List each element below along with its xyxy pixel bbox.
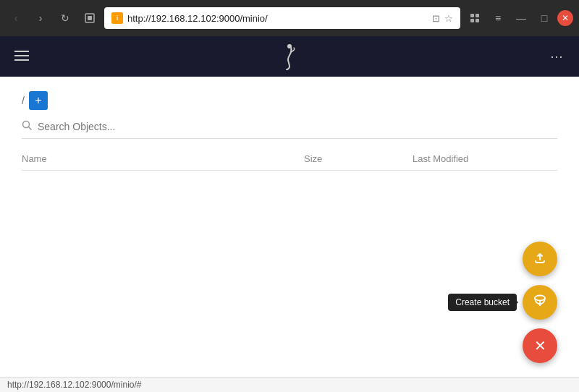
breadcrumb-slash: / [22,95,25,106]
bookmark-icon[interactable]: ☆ [444,13,453,24]
col-last-modified: Last Modified [413,153,557,164]
close-button[interactable]: ✕ [557,10,573,26]
browser-toolbar-right: ≡ — □ ✕ [465,8,573,28]
create-bucket-button[interactable] [523,285,557,320]
more-options-button[interactable]: ⋯ [547,46,567,67]
svg-point-9 [287,44,292,48]
search-icon [22,120,32,132]
upload-icon [532,250,548,269]
svg-rect-7 [14,55,29,56]
search-input[interactable] [38,121,557,132]
reload-button[interactable]: ↻ [55,8,75,28]
close-fab-button[interactable]: ✕ [523,328,557,363]
plus-icon: + [35,94,41,107]
svg-rect-6 [14,51,29,52]
close-fab-icon: ✕ [534,337,546,354]
browser-chrome: ‹ › ↻ i http://192.168.12.102:9000/minio… [0,0,579,36]
more-options-icon: ⋯ [550,49,565,64]
site-icon: i [111,12,123,24]
forward-button[interactable]: › [30,8,51,28]
create-bucket-icon [532,293,548,312]
status-bar: http://192.168.12.102:9000/minio/# [0,377,579,392]
hamburger-icon [14,49,29,64]
svg-rect-4 [470,19,474,22]
search-bar [22,120,557,139]
back-button[interactable]: ‹ [6,8,26,28]
flamingo-icon [278,42,301,71]
svg-line-11 [29,127,32,130]
svg-rect-5 [476,19,479,22]
create-bucket-tooltip: Create bucket [448,294,517,311]
svg-point-12 [535,295,545,300]
restore-button[interactable]: □ [534,8,554,28]
col-name: Name [22,153,304,164]
url-text: http://192.168.12.102:9000/minio/ [127,13,428,24]
status-url: http://192.168.12.102:9000/minio/# [7,380,141,390]
address-bar-icons: ⊡ ☆ [432,13,453,24]
add-bucket-button[interactable]: + [29,91,48,110]
extensions-button[interactable] [465,8,485,28]
app-logo [278,42,301,71]
fab-container: Create bucket ✕ [448,242,557,363]
svg-rect-2 [470,14,474,17]
minimize-button[interactable]: — [511,8,531,28]
col-size: Size [304,153,413,164]
breadcrumb: / + [22,91,557,110]
svg-rect-1 [88,16,92,20]
hamburger-menu-button[interactable] [12,46,32,67]
upload-button[interactable] [523,242,557,276]
create-bucket-wrap: Create bucket [448,285,557,320]
menu-button[interactable]: ≡ [488,8,508,28]
screenshot-button[interactable] [80,8,100,28]
reader-mode-icon[interactable]: ⊡ [432,13,440,24]
address-bar[interactable]: i http://192.168.12.102:9000/minio/ ⊡ ☆ [104,7,460,29]
svg-rect-8 [14,59,29,61]
svg-rect-3 [476,14,479,17]
app-header: ⋯ [0,36,579,77]
table-header: Name Size Last Modified [22,153,557,171]
